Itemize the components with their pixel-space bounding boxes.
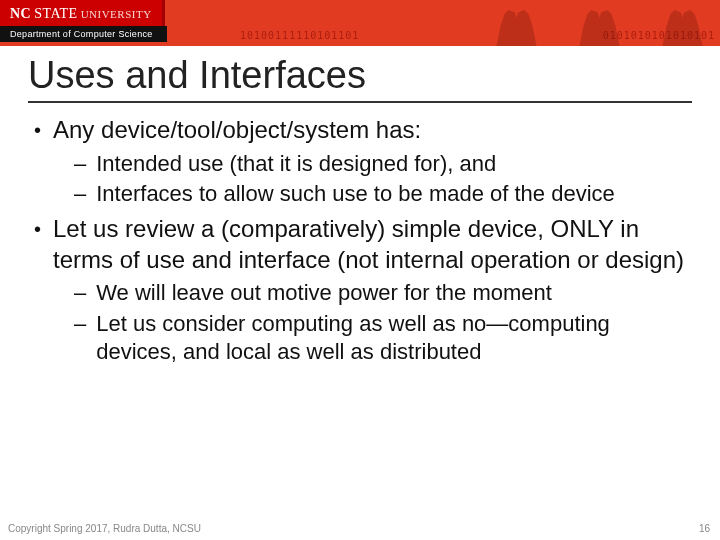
bullet-item: Any device/tool/object/system has: xyxy=(34,115,686,146)
slide-content: Any device/tool/object/system has: Inten… xyxy=(0,105,720,366)
wolf-icon xyxy=(489,6,544,46)
binary-decor-1: 10100111110101101 xyxy=(240,30,359,41)
sub-bullet-text: We will leave out motive power for the m… xyxy=(96,279,552,307)
title-area: Uses and Interfaces xyxy=(0,46,720,105)
department-label: Department of Computer Science xyxy=(0,26,167,42)
header-bar: NC STATE UNIVERSITY Department of Comput… xyxy=(0,0,720,46)
bullet-text: Let us review a (comparatively) simple d… xyxy=(53,214,686,275)
brand-nc: NC xyxy=(10,6,31,22)
sub-bullet-item: We will leave out motive power for the m… xyxy=(74,279,686,307)
wolf-icon xyxy=(655,6,710,46)
university-logo: NC STATE UNIVERSITY xyxy=(0,0,165,26)
title-underline xyxy=(28,101,692,103)
sub-bullet-item: Let us consider computing as well as no—… xyxy=(74,310,686,366)
copyright-text: Copyright Spring 2017, Rudra Dutta, NCSU xyxy=(8,523,201,534)
page-number: 16 xyxy=(699,523,710,534)
wolf-icon xyxy=(572,6,627,46)
brand-univ: UNIVERSITY xyxy=(81,8,152,20)
wolf-icons xyxy=(489,0,710,46)
slide-title: Uses and Interfaces xyxy=(28,54,692,97)
sub-bullet-text: Intended use (that it is designed for), … xyxy=(96,150,496,178)
sub-bullet-item: Intended use (that it is designed for), … xyxy=(74,150,686,178)
footer: Copyright Spring 2017, Rudra Dutta, NCSU… xyxy=(8,523,710,534)
brand-state: STATE xyxy=(34,6,77,22)
sub-bullet-text: Let us consider computing as well as no—… xyxy=(96,310,686,366)
sub-bullet-item: Interfaces to allow such use to be made … xyxy=(74,180,686,208)
bullet-text: Any device/tool/object/system has: xyxy=(53,115,421,146)
bullet-item: Let us review a (comparatively) simple d… xyxy=(34,214,686,275)
sub-bullet-text: Interfaces to allow such use to be made … xyxy=(96,180,615,208)
